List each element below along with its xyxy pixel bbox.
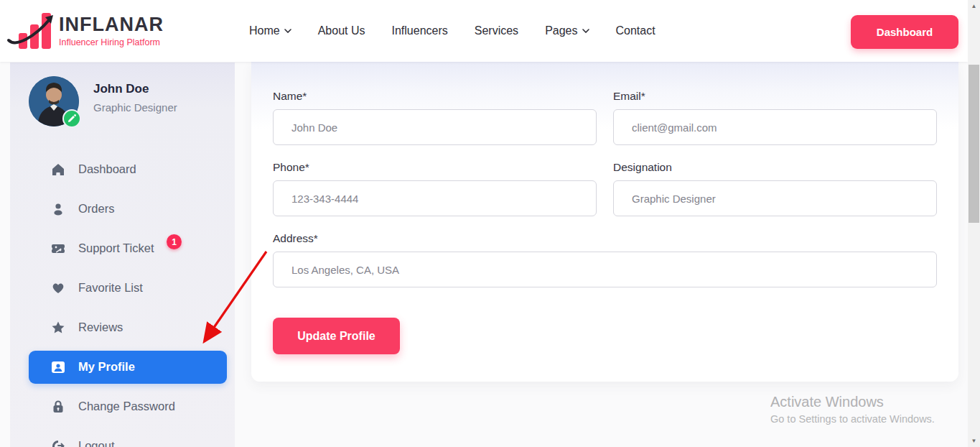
profile-card-icon <box>50 359 66 375</box>
pencil-icon <box>67 114 76 123</box>
heart-icon <box>50 280 66 296</box>
field-address: Address* <box>273 232 937 287</box>
chevron-down-icon <box>582 29 589 33</box>
sidebar-item-my-profile[interactable]: My Profile <box>29 351 227 384</box>
name-input[interactable] <box>273 109 597 145</box>
nav-item-contact[interactable]: Contact <box>616 24 655 37</box>
sidebar-item-reviews[interactable]: Reviews <box>10 308 235 347</box>
user-profile-summary: John Doe Graphic Designer <box>29 76 177 126</box>
brand-name: INFLANAR <box>59 14 164 35</box>
user-icon <box>50 201 66 217</box>
nav-item-services[interactable]: Services <box>475 24 518 37</box>
sidebar-item-orders[interactable]: Orders <box>10 189 235 229</box>
sidebar-item-dashboard[interactable]: Dashboard <box>10 149 235 189</box>
nav-item-pages[interactable]: Pages <box>545 24 589 37</box>
support-ticket-count-badge: 1 <box>167 234 182 249</box>
chevron-down-icon <box>284 29 291 33</box>
phone-label: Phone* <box>273 161 597 174</box>
field-email: Email* <box>613 90 937 145</box>
field-name: Name* <box>273 90 597 145</box>
dashboard-button[interactable]: Dashboard <box>851 15 958 49</box>
nav-item-influencers[interactable]: Influencers <box>392 24 448 37</box>
sidebar-item-favorite-list[interactable]: Favorite List <box>10 268 235 308</box>
update-profile-button[interactable]: Update Profile <box>273 318 400 354</box>
update-profile-form: Name* Email* Phone* Designation Address* <box>273 90 937 303</box>
profile-form-card: Name* Email* Phone* Designation Address*… <box>251 61 958 382</box>
sidebar-item-logout[interactable]: Logout <box>10 426 235 447</box>
page: INFLANAR Influencer Hiring Platform Home… <box>0 0 968 447</box>
star-icon <box>50 320 66 336</box>
field-designation: Designation <box>613 161 937 216</box>
user-name: John Doe <box>93 82 177 96</box>
sidebar-item-support-ticket[interactable]: Support Ticket 1 <box>10 229 235 268</box>
address-label: Address* <box>273 232 937 245</box>
home-icon <box>50 162 66 178</box>
brand-tagline: Influencer Hiring Platform <box>59 37 164 47</box>
nav-item-about-us[interactable]: About Us <box>318 24 365 37</box>
nav-item-home[interactable]: Home <box>249 24 291 37</box>
designation-input[interactable] <box>613 180 937 216</box>
scroll-up-button[interactable]: ▲ <box>968 0 980 12</box>
sidebar-menu: Dashboard Orders Support Ticket 1 Favor <box>10 149 235 447</box>
user-role: Graphic Designer <box>93 101 177 114</box>
arrow-swoosh-icon <box>6 7 57 52</box>
scroll-down-button[interactable]: ▼ <box>968 435 980 447</box>
brand-logo[interactable]: INFLANAR Influencer Hiring Platform <box>11 7 164 52</box>
edit-avatar-button[interactable] <box>62 109 81 128</box>
designation-label: Designation <box>613 161 937 174</box>
address-input[interactable] <box>273 252 937 287</box>
sidebar-item-change-password[interactable]: Change Password <box>10 387 235 426</box>
avatar <box>29 76 79 126</box>
top-navbar: INFLANAR Influencer Hiring Platform Home… <box>0 0 968 62</box>
field-phone: Phone* <box>273 161 597 216</box>
bar-chart-logo-icon <box>11 7 52 52</box>
name-label: Name* <box>273 90 597 103</box>
email-label: Email* <box>613 90 937 103</box>
ticket-icon <box>50 241 66 257</box>
email-input[interactable] <box>613 109 937 145</box>
lock-icon <box>50 399 66 415</box>
scrollbar-thumb[interactable] <box>969 65 979 223</box>
phone-input[interactable] <box>273 180 597 216</box>
activate-windows-watermark: Activate Windows Go to Settings to activ… <box>770 394 935 425</box>
vertical-scrollbar[interactable]: ▲ ▼ <box>968 0 980 447</box>
main-nav: Home About Us Influencers Services Pages… <box>249 0 655 62</box>
dashboard-sidebar: John Doe Graphic Designer Dashboard Orde… <box>10 63 235 447</box>
logout-icon <box>50 438 66 447</box>
